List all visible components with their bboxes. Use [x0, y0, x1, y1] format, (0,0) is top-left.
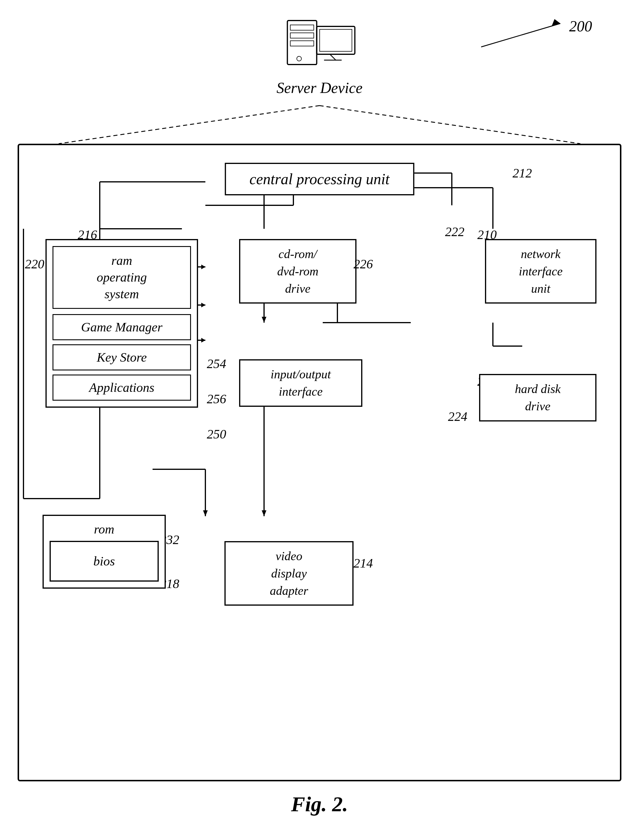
svg-line-1 — [320, 106, 580, 144]
os-text-line2: operating — [59, 269, 184, 286]
bios-label: bios — [93, 554, 115, 568]
fig-label: Fig. 2. — [291, 792, 348, 816]
svg-rect-47 — [290, 33, 314, 38]
diagram-page: 200 Server Device central processing uni… — [0, 0, 639, 840]
cdrom-box: cd-rom/ dvd-rom drive — [239, 239, 356, 303]
svg-rect-46 — [290, 25, 314, 30]
svg-rect-48 — [290, 41, 314, 46]
svg-line-0 — [59, 106, 320, 144]
rom-box: rom bios — [43, 515, 166, 589]
ref-224: 224 — [448, 409, 467, 424]
hdd-line2: drive — [486, 398, 590, 415]
bios-box: bios — [49, 541, 159, 581]
rom-label: rom — [49, 522, 159, 537]
ref-250: 250 — [207, 427, 226, 442]
vda-line1: video — [232, 548, 347, 565]
ref-214: 214 — [353, 556, 373, 571]
svg-rect-51 — [316, 26, 355, 54]
ref-254: 254 — [207, 356, 226, 371]
cdrom-line1: cd-rom/ — [246, 246, 350, 263]
key-store-label: Key Store — [97, 350, 147, 365]
niu-line2: interface — [492, 263, 590, 280]
ram-os-inner: ram operating system — [52, 246, 191, 309]
ref-222: 222 — [445, 224, 464, 239]
svg-line-2 — [481, 24, 560, 47]
key-store-box: Key Store — [52, 345, 191, 370]
hdd-line1: hard disk — [486, 380, 590, 398]
game-manager-label: Game Manager — [81, 320, 162, 334]
ref-256: 256 — [207, 392, 226, 407]
ref-200: 200 — [569, 17, 592, 35]
niu-box: network interface unit — [485, 239, 596, 303]
cpu-box: central processing unit — [225, 163, 414, 195]
vda-line3: adapter — [232, 582, 347, 600]
main-system-box: central processing unit 212 216 220 ram … — [17, 144, 622, 781]
niu-line1: network — [492, 246, 590, 263]
applications-label: Applications — [89, 380, 154, 395]
niu-line3: unit — [492, 280, 590, 297]
applications-box: Applications — [52, 375, 191, 401]
io-box: input/output interface — [239, 359, 362, 407]
server-device-area: Server Device — [277, 17, 362, 97]
ram-os-box: ram operating system Game Manager Key St… — [46, 239, 198, 408]
vda-line2: display — [232, 565, 347, 582]
svg-line-53 — [330, 54, 335, 60]
os-text-line3: system — [59, 286, 184, 302]
svg-rect-52 — [320, 29, 352, 51]
svg-point-49 — [297, 56, 301, 61]
ram-text: ram — [59, 252, 184, 269]
svg-marker-3 — [552, 19, 560, 26]
game-manager-box: Game Manager — [52, 314, 191, 340]
svg-rect-45 — [287, 21, 316, 65]
io-line2: interface — [246, 383, 355, 400]
server-label: Server Device — [277, 79, 362, 97]
cpu-label: central processing unit — [250, 171, 389, 187]
ref-220: 220 — [25, 257, 44, 272]
cdrom-line2: dvd-rom — [246, 263, 350, 280]
ref-212: 212 — [513, 166, 532, 181]
ref-226: 226 — [353, 257, 373, 272]
io-line1: input/output — [246, 366, 355, 383]
cdrom-line3: drive — [246, 280, 350, 297]
vda-box: video display adapter — [224, 541, 353, 606]
hdd-box: hard disk drive — [479, 374, 596, 421]
server-icon — [281, 17, 358, 76]
